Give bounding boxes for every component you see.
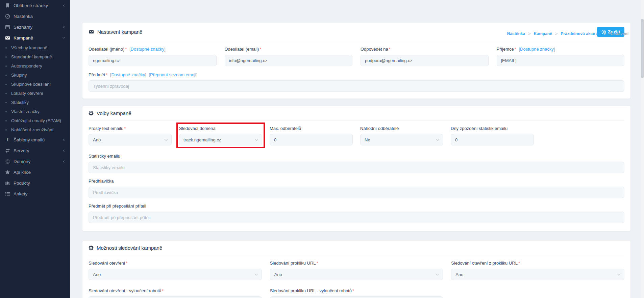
- field-email-stats: Statistiky emailu: [89, 154, 624, 173]
- section-title: Volby kampaně: [89, 110, 131, 116]
- open-tracking-select[interactable]: Ano: [89, 269, 262, 280]
- section-title: Možnosti sledování kampaně: [89, 245, 162, 251]
- required-marker: *: [259, 47, 261, 52]
- sidebar-item-dashboard[interactable]: Nástěnka: [0, 11, 70, 22]
- field-click-tracking: Sledování prokliku URL* Ano: [270, 261, 443, 280]
- scrollbar-thumb[interactable]: [641, 19, 644, 78]
- sidebar-subitem-spam[interactable]: Obtěžující emaily (SPAM): [0, 116, 70, 125]
- sidebar-item-campaigns[interactable]: Kampaně: [0, 32, 70, 43]
- sidebar-item-label: Podúčty: [14, 181, 30, 186]
- sidebar-subitem-abuse-reports[interactable]: Nahlášení zneužívání: [0, 125, 70, 134]
- sidebar-subitem-all-campaigns[interactable]: Všechny kampaně: [0, 43, 70, 52]
- bullet-icon: [5, 102, 7, 103]
- field-label: Sledování prokliku URL - vyloučení robot…: [270, 288, 443, 293]
- bullet-icon: [5, 75, 7, 76]
- sidebar-item-label: Servery: [14, 148, 29, 153]
- field-sender-email: Odesílatel (email)*: [225, 47, 353, 66]
- bullet-icon: [5, 129, 7, 131]
- users-icon: [4, 181, 10, 186]
- breadcrumb-separator: >: [528, 31, 530, 36]
- required-marker: *: [352, 288, 354, 293]
- field-stats-delay-days: Dny zpoždění statistik emailu: [451, 126, 534, 145]
- list-icon: [4, 191, 10, 196]
- field-label: Dny zpoždění statistik emailu: [451, 126, 534, 131]
- sidebar-item-label: Seznamy: [14, 25, 32, 30]
- field-subject: Předmět* [Dostupné značky] [Přepnout sez…: [89, 72, 624, 92]
- chevron-down-icon: [165, 138, 168, 141]
- sidebar-subitem-groups[interactable]: Skupiny: [0, 71, 70, 80]
- breadcrumb-link-campaign-name[interactable]: Prázdninová akce #1: [561, 31, 601, 36]
- gear-icon: [89, 245, 94, 250]
- preheader-input[interactable]: [89, 187, 624, 198]
- open-tracking-robots-select[interactable]: [89, 296, 262, 298]
- sidebar-item-surveys[interactable]: Ankety: [0, 188, 70, 199]
- sender-name-input[interactable]: [89, 55, 217, 66]
- field-label: Max. odběratelů: [270, 126, 353, 131]
- available-tags-link[interactable]: [Dostupné značky]: [110, 72, 146, 77]
- card-header: Volby kampaně: [89, 106, 624, 120]
- available-tags-link[interactable]: [Dostupné značky]: [129, 47, 166, 52]
- text-icon: T: [4, 138, 10, 142]
- sidebar-item-subaccounts[interactable]: Podúčty: [0, 178, 70, 188]
- sidebar-item-label: Oblíbené stránky: [14, 3, 48, 8]
- sidebar-subitem-autoresponders[interactable]: Autorespondery: [0, 61, 70, 71]
- breadcrumb-link-campaigns[interactable]: Kampaně: [534, 31, 552, 36]
- chevron-left-icon: [63, 26, 65, 29]
- chevron-down-icon: [62, 36, 65, 39]
- sidebar-item-label: Kampaně: [14, 35, 33, 40]
- breadcrumb-separator: >: [604, 31, 606, 36]
- sidebar-item-label: Šablony emailů: [14, 137, 45, 142]
- required-marker: *: [389, 47, 391, 52]
- max-subscribers-input[interactable]: [270, 134, 353, 145]
- tracking-domain-select[interactable]: track.ngemailing.cz: [179, 134, 262, 145]
- sidebar-item-label: Domény: [14, 159, 30, 164]
- plain-text-select[interactable]: Ano: [89, 134, 172, 145]
- scrollbar[interactable]: [641, 0, 644, 298]
- empty-grid-cell: [451, 288, 624, 298]
- recipient-input[interactable]: [497, 55, 625, 66]
- sidebar-subitem-custom-tags[interactable]: Vlastní značky: [0, 107, 70, 116]
- sidebar-subitem-open-locations[interactable]: Lokality otevření: [0, 89, 70, 98]
- field-label: Prostý text emailu*: [89, 126, 172, 131]
- sidebar-subitem-statistics[interactable]: Statistiky: [0, 98, 70, 107]
- breadcrumb-link-dashboard[interactable]: Nástěnka: [507, 31, 525, 36]
- sidebar-item-label: Nástěnka: [14, 14, 33, 19]
- sidebar-item-servers[interactable]: Servery: [0, 145, 70, 156]
- sender-email-input[interactable]: [225, 55, 353, 66]
- sidebar-item-favorites[interactable]: Oblíbené stránky: [0, 0, 70, 11]
- sidebar-item-email-templates[interactable]: T Šablony emailů: [0, 134, 70, 145]
- field-label: Sledování otevření - vyloučení robotů*: [89, 288, 262, 293]
- sidebar-subitem-standard-campaigns[interactable]: Standardní kampaně: [0, 52, 70, 61]
- available-tags-link[interactable]: [Dostupné značky]: [519, 47, 555, 52]
- subject-input[interactable]: [89, 80, 624, 92]
- bullet-icon: [5, 65, 7, 67]
- star-icon: [4, 170, 10, 175]
- click-tracking-robots-select[interactable]: [270, 296, 443, 298]
- sidebar-item-lists[interactable]: Seznamy: [0, 22, 70, 32]
- toggle-emoji-list-link[interactable]: [Přepnout seznam emoji]: [149, 72, 197, 77]
- stats-delay-days-input[interactable]: [451, 134, 534, 145]
- envelope-icon: [4, 35, 10, 40]
- field-label: Odesílatel (email)*: [225, 47, 353, 52]
- sidebar: Oblíbené stránky Nástěnka Seznamy Kampan…: [0, 0, 70, 298]
- bullet-icon: [5, 93, 7, 94]
- sidebar-item-domains[interactable]: Domény: [0, 156, 70, 167]
- reply-to-input[interactable]: [361, 55, 489, 66]
- field-label: Předmět* [Dostupné značky] [Přepnout sez…: [89, 72, 624, 77]
- required-marker: *: [124, 126, 126, 131]
- sidebar-item-api-keys[interactable]: Api klíče: [0, 167, 70, 178]
- field-preheader: Předhlavička: [89, 179, 624, 198]
- card-header: Možnosti sledování kampaně: [89, 241, 624, 255]
- open-from-click-tracking-select[interactable]: Ano: [451, 269, 624, 280]
- click-tracking-select[interactable]: Ano: [270, 269, 443, 280]
- globe-icon: [4, 159, 10, 164]
- sidebar-item-label: Ankety: [14, 191, 27, 196]
- tracking-options-card: Možnosti sledování kampaně Sledování ote…: [82, 241, 630, 298]
- email-stats-input[interactable]: [89, 162, 624, 173]
- random-subscribers-select[interactable]: Ne: [360, 134, 443, 145]
- sidebar-subitem-group-sending[interactable]: Skupinové odesílání: [0, 80, 70, 89]
- field-forward-subject: Předmět při přeposílání příteli: [89, 204, 624, 223]
- bullet-icon: [5, 120, 7, 121]
- forward-subject-input[interactable]: [89, 212, 624, 223]
- lists-icon: [4, 25, 10, 30]
